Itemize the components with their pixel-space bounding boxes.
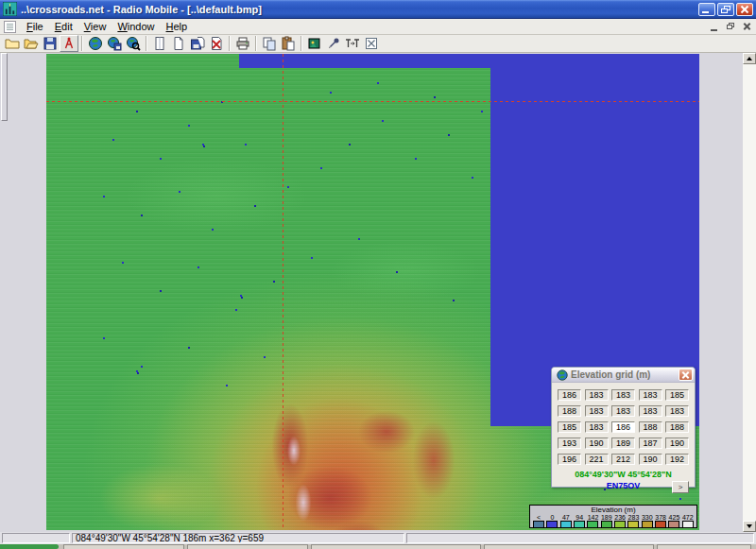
- legend-swatch: [587, 521, 598, 528]
- legend-swatch: [655, 521, 666, 528]
- grid-cell: 212: [611, 454, 635, 465]
- legend-entry: 0: [545, 514, 558, 528]
- toolbar-gripper: [1, 53, 8, 121]
- grid-cell: 221: [585, 454, 609, 465]
- elevation-dialog-titlebar[interactable]: Elevation grid (m): [552, 368, 695, 383]
- legend-label: 236: [613, 514, 627, 521]
- menu-help[interactable]: Help: [161, 19, 194, 34]
- new-picture-icon[interactable]: [150, 35, 169, 52]
- legend-entry: 94: [573, 514, 586, 528]
- restore-button[interactable]: [717, 3, 734, 16]
- copy-icon[interactable]: [260, 35, 279, 52]
- mdi-document-icon[interactable]: [4, 21, 16, 33]
- taskbar-button[interactable]: [484, 544, 654, 549]
- taskbar-button[interactable]: [63, 544, 184, 549]
- new-folder-icon[interactable]: [3, 35, 22, 52]
- grid-cell: 185: [558, 421, 581, 433]
- app-icon: [3, 2, 17, 16]
- text-merge-icon[interactable]: [343, 35, 362, 52]
- start-button[interactable]: [0, 544, 59, 549]
- open-folder-icon[interactable]: [22, 35, 41, 52]
- menu-window[interactable]: Window: [112, 19, 160, 34]
- legend-label: 330: [641, 514, 654, 521]
- taskbar-button[interactable]: [657, 544, 751, 549]
- pin-icon[interactable]: [324, 35, 343, 52]
- legend-entry: 236: [613, 514, 627, 528]
- legend-swatch: [627, 521, 639, 528]
- legend-entry: 472: [681, 514, 695, 528]
- menu-view[interactable]: View: [78, 19, 112, 34]
- taskbar-button[interactable]: [187, 544, 308, 549]
- legend-entry: 47: [559, 514, 573, 528]
- legend-entry: 142: [586, 514, 599, 528]
- legend-title: Elevation (m): [532, 506, 695, 514]
- vertical-scrollbar[interactable]: [743, 53, 756, 532]
- legend-label: 472: [681, 514, 695, 521]
- close-picture-red-x-icon[interactable]: [207, 35, 226, 52]
- close-button[interactable]: [736, 3, 753, 16]
- grid-cell: 186: [558, 389, 581, 401]
- mdi-window-controls: [706, 21, 754, 33]
- globe-zoom-icon[interactable]: [124, 35, 143, 52]
- grid-cell: 183: [665, 405, 689, 417]
- grid-cell: 183: [585, 421, 609, 433]
- legend-label: 425: [667, 514, 680, 521]
- next-button[interactable]: >: [672, 481, 689, 493]
- grid-cell: 185: [665, 389, 689, 401]
- coordinates-readout: 084°49'30"W 45°54'28"N: [552, 470, 695, 480]
- toolbar-separator: [81, 36, 83, 51]
- scroll-down-button[interactable]: [743, 521, 756, 532]
- toolbar-separator: [255, 36, 257, 51]
- globe-icon: [557, 369, 568, 381]
- legend-entry: 283: [627, 514, 640, 528]
- grid-cell: 188: [639, 421, 662, 433]
- mdi-close-button[interactable]: [740, 21, 754, 33]
- open-picture-icon[interactable]: [169, 35, 188, 52]
- globe-map-icon[interactable]: [86, 35, 105, 52]
- toolbar-separator: [146, 36, 147, 51]
- grid-cell: 187: [639, 437, 662, 449]
- elevation-dialog-close-button[interactable]: [679, 369, 693, 381]
- menu-edit[interactable]: Edit: [49, 19, 78, 34]
- legend-swatch: [642, 521, 653, 528]
- status-position-readout: 084°49'30"W 45°54'28"N 186m x=362 y=659: [72, 533, 404, 543]
- globe-save-icon[interactable]: [105, 35, 124, 52]
- red-antenna-network-icon[interactable]: [60, 35, 78, 52]
- menu-file[interactable]: File: [21, 19, 49, 34]
- mdi-minimize-button[interactable]: [708, 21, 722, 33]
- legend-label: 142: [586, 514, 599, 521]
- legend-swatch: [668, 521, 679, 528]
- small-picture-icon[interactable]: [305, 35, 324, 52]
- legend-swatch: [533, 521, 544, 528]
- grid-cell: 196: [558, 454, 581, 465]
- grid-cell: 183: [585, 389, 609, 401]
- application-window: ..\crossroads.net - Radio Mobile - [..\d…: [0, 0, 756, 549]
- grid-cell: 183: [611, 405, 635, 417]
- elevation-grid-dialog[interactable]: Elevation grid (m) 186183183183185188183…: [551, 367, 696, 488]
- legend-entry: 378: [654, 514, 667, 528]
- taskbar-button[interactable]: [311, 544, 481, 549]
- save-picture-icon[interactable]: [188, 35, 207, 52]
- grid-cell: 183: [639, 389, 662, 401]
- mdi-restore-button[interactable]: [724, 21, 738, 33]
- windows-taskbar: [0, 544, 756, 549]
- arrow-down-icon: [747, 524, 752, 528]
- window-title: ..\crossroads.net - Radio Mobile - [..\d…: [21, 4, 696, 15]
- cursor-crosshair-vertical: [283, 54, 284, 530]
- save-icon[interactable]: [41, 35, 60, 52]
- legend-label: 0: [545, 514, 558, 521]
- status-panel-right: [406, 533, 754, 543]
- delete-box-icon[interactable]: [362, 35, 381, 52]
- legend-label: 189: [600, 514, 613, 521]
- legend-swatch: [560, 521, 572, 528]
- title-bar[interactable]: ..\crossroads.net - Radio Mobile - [..\d…: [0, 0, 756, 19]
- paste-icon[interactable]: [279, 35, 298, 52]
- grid-cell: 188: [558, 405, 581, 417]
- scroll-up-button[interactable]: [743, 53, 756, 64]
- minimize-button[interactable]: [698, 3, 715, 16]
- grid-cell: 183: [585, 405, 609, 417]
- toolbar-separator: [229, 36, 231, 51]
- elevation-map-canvas[interactable]: Elevation (m) <0479414218923628333037842…: [46, 54, 699, 530]
- grid-cell: 190: [585, 437, 609, 449]
- printer-icon[interactable]: [233, 35, 252, 52]
